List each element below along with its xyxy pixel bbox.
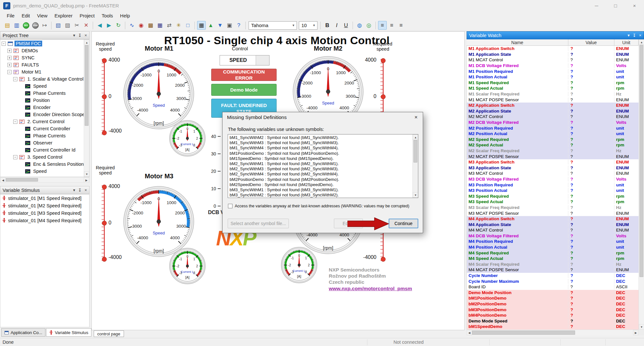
watch-row-m3-position-required[interactable]: M3 Position Required?unit	[467, 182, 639, 188]
variable-watch-vertical-scrollbar[interactable]: ▲▼	[639, 39, 644, 330]
save-project-button[interactable]: ▥	[12, 21, 21, 30]
watch-row-m4-speed-actual[interactable]: M4 Speed Actual?rpm	[467, 256, 639, 262]
symbol-error-line[interactable]: bM2_SyncWithM3 : Symbol not found (bM2_S…	[230, 166, 418, 172]
watch-row-cycle-number[interactable]: Cycle Number?DEC	[467, 273, 639, 279]
access-anyway-checkbox[interactable]	[228, 204, 232, 208]
close-panel-icon[interactable]: ×	[639, 33, 641, 38]
navigate-forward-button[interactable]: ▶	[105, 21, 113, 30]
watch-row-m1-application-switch[interactable]: M1 Application Switch?ENUM	[467, 46, 639, 52]
watch-row-m3-mcat-control[interactable]: M3 MCAT Control?ENUM	[467, 171, 639, 176]
watch-row-m2-mcat-pospe-sensor[interactable]: M2 MCAT POSPE Sensor?ENUM	[467, 153, 639, 159]
tree-item-speed[interactable]: Speed	[0, 168, 84, 175]
scrollbar-thumb[interactable]	[472, 331, 575, 335]
tree-item-phase-currents[interactable]: Phase Currents	[0, 132, 84, 139]
watch-row-cycle-number-maximum[interactable]: Cycle Number Maximum?DEC	[467, 278, 639, 284]
stop-communication-button[interactable]: STOP	[31, 21, 40, 30]
scroll-left-button[interactable]: ◀	[467, 330, 472, 335]
tree-item-sync[interactable]: +SYNC	[0, 54, 84, 61]
watch-row-m2-position-actual[interactable]: M2 Position Actual?unit	[467, 131, 639, 137]
access-anyway-option[interactable]: Access the variables anyway at their las…	[228, 204, 409, 208]
watch-row-m3-speed-required[interactable]: M3 Speed Required?rpm	[467, 193, 639, 199]
stimulus-item[interactable]: stimulator_01 [M1 Speed Required]	[0, 194, 89, 202]
panel-menu-icon[interactable]: ▾	[628, 33, 630, 38]
write-variables-button[interactable]: ↦	[40, 21, 49, 30]
tree-item-encoder[interactable]: Encoder	[0, 104, 84, 111]
symbol-error-line[interactable]: bM2_SyncWithM1 : Symbol not found (bM2_S…	[230, 161, 418, 166]
insert-hyperlink-button[interactable]: ◍	[355, 21, 364, 30]
close-button[interactable]: ×	[625, 0, 644, 11]
italic-button[interactable]: I	[332, 21, 341, 30]
list-vertical-scrollbar[interactable]: ▲▼	[412, 134, 418, 198]
nxp-link[interactable]: www.nxp.com/motorcontrol_pmsm	[329, 286, 412, 292]
scrollbar-thumb[interactable]	[413, 140, 417, 163]
watch-row-m4-mcat-control[interactable]: M4 MCAT Control?ENUM	[467, 227, 639, 233]
tab-control-page[interactable]: control page	[94, 331, 124, 337]
symbol-error-line[interactable]: bM2SpeedDemo : Symbol not found (bM2Spee…	[230, 182, 418, 187]
reload-page-button[interactable]: ↻	[114, 21, 123, 30]
project-tree-horizontal-scrollbar[interactable]: ◀▶	[0, 177, 90, 183]
watch-row-m1-speed-required[interactable]: M1 Speed Required?rpm	[467, 80, 639, 86]
context-help-button[interactable]: ?	[234, 21, 243, 30]
required-speed-slider-m3[interactable]	[100, 183, 109, 263]
scroll-up-button[interactable]: ▲	[413, 134, 418, 140]
watch-row-m2-application-state[interactable]: M2 Application State?ENUM	[467, 108, 639, 114]
watch-row-m1-dcb-voltage-filtered[interactable]: M1 DCB Voltage Filtered?Volts	[467, 63, 639, 69]
maximize-button[interactable]: □	[606, 0, 625, 11]
bold-button[interactable]: B	[323, 21, 332, 30]
watch-row-m4-position-required[interactable]: M4 Position Required?unit	[467, 239, 639, 244]
panel-menu-icon[interactable]: ▾	[73, 33, 75, 38]
continue-button[interactable]: Continue	[389, 219, 418, 228]
watch-row-m1-mcat-control[interactable]: M1 MCAT Control?ENUM	[467, 57, 639, 63]
watch-row-m2-speed-required[interactable]: M2 Speed Required?rpm	[467, 137, 639, 143]
cut-button[interactable]: ✂	[72, 21, 81, 30]
watch-row-m1-speed-actual[interactable]: M1 Speed Actual?rpm	[467, 85, 639, 91]
tree-item-3-speed-control[interactable]: −3. Speed Control	[0, 153, 84, 161]
align-center-button[interactable]: ≡	[387, 21, 396, 30]
scrollbar-thumb[interactable]	[639, 45, 643, 277]
font-size-combobox[interactable]: 10 ▾	[299, 21, 317, 30]
required-speed-slider-m1[interactable]	[100, 57, 109, 137]
watch-row-m2-mcat-control[interactable]: M2 MCAT Control?ENUM	[467, 114, 639, 120]
watch-row-m1-application-state[interactable]: M1 Application State?ENUM	[467, 52, 639, 57]
watch-row-m2-application-switch[interactable]: M2 Application Switch?ENUM	[467, 103, 639, 108]
dialog-title-bar[interactable]: Missing Symbol Definitions	[223, 112, 423, 123]
watch-row-m4-application-switch[interactable]: M4 Application Switch?ENUM	[467, 216, 639, 222]
tree-item-demos[interactable]: +DEMOs	[0, 47, 84, 54]
panel-menu-icon[interactable]: ▾	[73, 188, 75, 193]
scroll-right-button[interactable]: ▶	[633, 330, 639, 335]
item-properties-button[interactable]: ▣	[225, 21, 234, 30]
tab-variable-stimulus[interactable]: Variable Stimulus	[46, 328, 91, 337]
variable-watch-horizontal-scrollbar[interactable]: ◀▶	[467, 330, 639, 335]
scroll-right-button[interactable]: ▶	[84, 177, 89, 183]
scroll-up-button[interactable]: ▲	[639, 39, 644, 45]
dialog-close-button[interactable]: ×	[411, 114, 421, 121]
watch-row-m4-mcat-pospe-sensor[interactable]: M4 MCAT POSPE Sensor?ENUM	[467, 267, 639, 273]
project-tree-vertical-scrollbar[interactable]: ▲▼	[84, 40, 89, 177]
menu-help[interactable]: Help	[117, 12, 134, 19]
tree-item-current-controller[interactable]: Current Controller	[0, 125, 84, 132]
column-header-unit[interactable]: Unit	[614, 39, 639, 45]
tree-item-observer[interactable]: Observer	[0, 139, 84, 146]
scroll-left-button[interactable]: ◀	[0, 177, 6, 183]
symbol-error-line[interactable]: bM2PositionDemo : Symbol not found (bM2P…	[230, 177, 418, 182]
watch-row-bm4positiondemo[interactable]: bM4PositionDemo?DEC	[467, 312, 639, 318]
tree-item-current-controller-id[interactable]: Current Controller Id	[0, 146, 84, 153]
delete-button[interactable]: ✕	[82, 21, 90, 30]
watch-row-m1-scalar-freq-required[interactable]: M1 Scalar Freq Required?Hz	[467, 91, 639, 97]
new-pipe-button[interactable]: ⇄	[165, 21, 174, 30]
watch-row-m4-speed-required[interactable]: M4 Speed Required?rpm	[467, 250, 639, 256]
watch-row-m3-speed-actual[interactable]: M3 Speed Actual?rpm	[467, 199, 639, 205]
watch-row-m1-position-actual[interactable]: M1 Position Actual?unit	[467, 74, 639, 80]
symbol-error-line[interactable]: bM3_SyncWithM2 : Symbol not found (bM3_S…	[230, 193, 418, 198]
pin-icon[interactable]: ↧	[78, 188, 82, 193]
watch-row-m2-speed-actual[interactable]: M2 Speed Actual?rpm	[467, 142, 639, 148]
tree-expander-icon[interactable]: −	[13, 77, 17, 81]
tree-expander-icon[interactable]: −	[7, 70, 12, 74]
start-communication-button[interactable]: GO	[22, 21, 30, 30]
slider-thumb[interactable]	[381, 94, 385, 99]
symbol-error-line[interactable]: bM3_SyncWithM1 : Symbol not found (bM3_S…	[230, 187, 418, 193]
new-html-page-button[interactable]: □	[184, 21, 192, 30]
tree-expander-icon[interactable]: −	[13, 155, 17, 159]
watch-row-demo-mode-position[interactable]: Demo Mode Position?DEC	[467, 290, 639, 296]
move-up-button[interactable]: ▲	[206, 21, 215, 30]
